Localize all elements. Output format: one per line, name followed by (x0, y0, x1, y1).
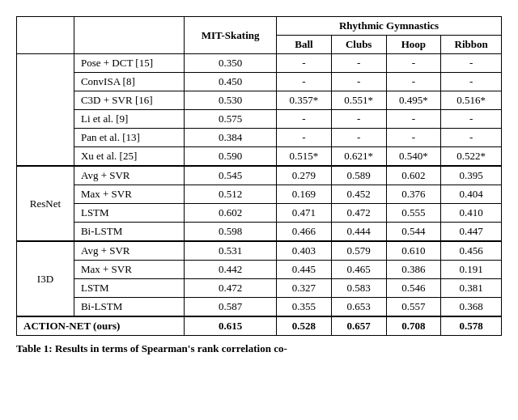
mit-cell: 0.575 (185, 110, 277, 129)
table-row: Bi-LSTM 0.598 0.466 0.444 0.544 0.447 (17, 223, 502, 242)
clubs-cell: - (331, 73, 386, 91)
method-cell: C3D + SVR [16] (74, 91, 184, 110)
group-label-empty (17, 54, 74, 167)
table-row: C3D + SVR [16] 0.530 0.357* 0.551* 0.495… (17, 91, 502, 110)
ribbon-cell: - (441, 110, 502, 129)
table-row: Pan et al. [13] 0.384 - - - - (17, 129, 502, 147)
ribbon-cell: 0.395 (441, 166, 502, 185)
mit-cell: 0.590 (185, 147, 277, 167)
table-row: Bi-LSTM 0.587 0.355 0.653 0.557 0.368 (17, 298, 502, 317)
hoop-cell: 0.376 (386, 185, 441, 204)
ball-cell: 0.357* (277, 91, 332, 110)
hoop-cell: 0.540* (386, 147, 441, 167)
header-mit-skating: MIT-Skating (185, 17, 277, 54)
clubs-cell: 0.444 (331, 223, 386, 242)
clubs-cell: 0.653 (331, 298, 386, 317)
action-net-clubs: 0.657 (331, 316, 386, 336)
hoop-cell: 0.546 (386, 279, 441, 298)
ball-cell: 0.515* (277, 147, 332, 167)
sub-method-cell: Avg + SVR (74, 166, 184, 185)
header-ball: Ball (277, 36, 332, 54)
sub-method-cell: LSTM (74, 204, 184, 223)
table-row: Max + SVR 0.442 0.445 0.465 0.386 0.191 (17, 261, 502, 279)
group-label-resnet: ResNet (17, 166, 74, 241)
sub-method-cell: Max + SVR (74, 261, 184, 279)
header-empty-1 (17, 17, 74, 54)
ball-cell: 0.466 (277, 223, 332, 242)
clubs-cell: 0.452 (331, 185, 386, 204)
clubs-cell: 0.465 (331, 261, 386, 279)
mit-cell: 0.350 (185, 54, 277, 73)
clubs-cell: 0.579 (331, 241, 386, 261)
table-row: LSTM 0.602 0.471 0.472 0.555 0.410 (17, 204, 502, 223)
ribbon-cell: 0.522* (441, 147, 502, 167)
ball-cell: 0.445 (277, 261, 332, 279)
method-cell: Pose + DCT [15] (74, 54, 184, 73)
hoop-cell: - (386, 54, 441, 73)
header-clubs: Clubs (331, 36, 386, 54)
header-empty-2 (74, 17, 184, 54)
sub-method-cell: Bi-LSTM (74, 298, 184, 317)
caption-text: Table 1: Results in terms of Spearman's … (16, 342, 287, 354)
ribbon-cell: 0.404 (441, 185, 502, 204)
hoop-cell: - (386, 110, 441, 129)
ribbon-cell: - (441, 129, 502, 147)
sub-method-cell: Max + SVR (74, 185, 184, 204)
header-ribbon: Ribbon (441, 36, 502, 54)
ball-cell: 0.403 (277, 241, 332, 261)
mit-cell: 0.530 (185, 91, 277, 110)
method-cell: Pan et al. [13] (74, 129, 184, 147)
results-table: MIT-Skating Rhythmic Gymnastics Ball Clu… (16, 16, 502, 336)
table-caption: Table 1: Results in terms of Spearman's … (16, 342, 502, 355)
action-net-hoop: 0.708 (386, 316, 441, 336)
table-row: ConvISA [8] 0.450 - - - - (17, 73, 502, 91)
hoop-cell: 0.557 (386, 298, 441, 317)
ball-cell: 0.279 (277, 166, 332, 185)
clubs-cell: - (331, 129, 386, 147)
ball-cell: 0.169 (277, 185, 332, 204)
hoop-cell: 0.386 (386, 261, 441, 279)
table-row: I3D Avg + SVR 0.531 0.403 0.579 0.610 0.… (17, 241, 502, 261)
action-net-method: ACTION-NET (ours) (17, 316, 185, 336)
hoop-cell: 0.610 (386, 241, 441, 261)
hoop-cell: 0.495* (386, 91, 441, 110)
mit-cell: 0.531 (185, 241, 277, 261)
hoop-cell: - (386, 73, 441, 91)
mit-cell: 0.598 (185, 223, 277, 242)
mit-cell: 0.587 (185, 298, 277, 317)
mit-cell: 0.472 (185, 279, 277, 298)
method-cell: ConvISA [8] (74, 73, 184, 91)
hoop-cell: 0.602 (386, 166, 441, 185)
ball-cell: 0.355 (277, 298, 332, 317)
ribbon-cell: 0.381 (441, 279, 502, 298)
sub-method-cell: Bi-LSTM (74, 223, 184, 242)
ribbon-cell: - (441, 54, 502, 73)
ball-cell: - (277, 110, 332, 129)
mit-cell: 0.602 (185, 204, 277, 223)
clubs-cell: 0.472 (331, 204, 386, 223)
ball-cell: 0.327 (277, 279, 332, 298)
header-row-1: MIT-Skating Rhythmic Gymnastics (17, 17, 502, 36)
sub-method-cell: Avg + SVR (74, 241, 184, 261)
hoop-cell: - (386, 129, 441, 147)
table-row: Xu et al. [25] 0.590 0.515* 0.621* 0.540… (17, 147, 502, 167)
table-row: Max + SVR 0.512 0.169 0.452 0.376 0.404 (17, 185, 502, 204)
clubs-cell: 0.551* (331, 91, 386, 110)
action-net-mit: 0.615 (185, 316, 277, 336)
action-net-row: ACTION-NET (ours) 0.615 0.528 0.657 0.70… (17, 316, 502, 336)
table-row: ResNet Avg + SVR 0.545 0.279 0.589 0.602… (17, 166, 502, 185)
ribbon-cell: 0.447 (441, 223, 502, 242)
ribbon-cell: 0.368 (441, 298, 502, 317)
ribbon-cell: - (441, 73, 502, 91)
clubs-cell: - (331, 110, 386, 129)
hoop-cell: 0.555 (386, 204, 441, 223)
results-table-wrapper: MIT-Skating Rhythmic Gymnastics Ball Clu… (16, 16, 502, 336)
sub-method-cell: LSTM (74, 279, 184, 298)
header-hoop: Hoop (386, 36, 441, 54)
method-cell: Li et al. [9] (74, 110, 184, 129)
clubs-cell: 0.583 (331, 279, 386, 298)
hoop-cell: 0.544 (386, 223, 441, 242)
table-row: Pose + DCT [15] 0.350 - - - - (17, 54, 502, 73)
clubs-cell: - (331, 54, 386, 73)
clubs-cell: 0.589 (331, 166, 386, 185)
